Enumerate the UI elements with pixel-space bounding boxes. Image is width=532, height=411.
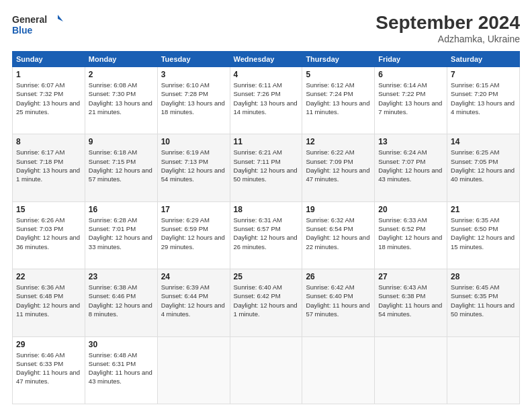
day-1: 1 Sunrise: 6:07 AMSunset: 7:32 PMDayligh… [13, 67, 85, 134]
main-title: September 2024 [375, 12, 520, 34]
col-thursday: Thursday [302, 52, 375, 67]
day-8: 8 Sunrise: 6:17 AMSunset: 7:18 PMDayligh… [13, 134, 85, 201]
day-19: 19 Sunrise: 6:32 AMSunset: 6:54 PMDaylig… [302, 201, 375, 269]
week-2: 8 Sunrise: 6:17 AMSunset: 7:18 PMDayligh… [13, 134, 520, 201]
week-3: 15 Sunrise: 6:26 AMSunset: 7:03 PMDaylig… [13, 201, 520, 269]
day-22: 22 Sunrise: 6:36 AMSunset: 6:48 PMDaylig… [13, 269, 85, 336]
empty-cell-1 [157, 336, 230, 404]
title-block: September 2024 Adzhamka, Ukraine [375, 12, 520, 44]
day-26: 26 Sunrise: 6:42 AMSunset: 6:40 PMDaylig… [302, 269, 375, 336]
day-5: 5 Sunrise: 6:12 AMSunset: 7:24 PMDayligh… [302, 67, 375, 134]
day-13: 13 Sunrise: 6:24 AMSunset: 7:07 PMDaylig… [375, 134, 447, 201]
day-7: 7 Sunrise: 6:15 AMSunset: 7:20 PMDayligh… [447, 67, 520, 134]
empty-cell-5 [447, 336, 520, 404]
logo-svg: General Blue [12, 12, 66, 40]
page: General Blue September 2024 Adzhamka, Uk… [0, 0, 532, 411]
logo: General Blue [12, 12, 66, 40]
col-sunday: Sunday [13, 52, 85, 67]
week-5: 29 Sunrise: 6:46 AMSunset: 6:33 PMDaylig… [13, 336, 520, 404]
week-4: 22 Sunrise: 6:36 AMSunset: 6:48 PMDaylig… [13, 269, 520, 336]
day-11: 11 Sunrise: 6:21 AMSunset: 7:11 PMDaylig… [230, 134, 302, 201]
header-row: Sunday Monday Tuesday Wednesday Thursday… [13, 52, 520, 67]
day-6: 6 Sunrise: 6:14 AMSunset: 7:22 PMDayligh… [375, 67, 447, 134]
day-12: 12 Sunrise: 6:22 AMSunset: 7:09 PMDaylig… [302, 134, 375, 201]
day-16: 16 Sunrise: 6:28 AMSunset: 7:01 PMDaylig… [85, 201, 157, 269]
day-28: 28 Sunrise: 6:45 AMSunset: 6:35 PMDaylig… [447, 269, 520, 336]
col-wednesday: Wednesday [230, 52, 302, 67]
day-23: 23 Sunrise: 6:38 AMSunset: 6:46 PMDaylig… [85, 269, 157, 336]
calendar: Sunday Monday Tuesday Wednesday Thursday… [12, 51, 520, 404]
day-4: 4 Sunrise: 6:11 AMSunset: 7:26 PMDayligh… [230, 67, 302, 134]
day-14: 14 Sunrise: 6:25 AMSunset: 7:05 PMDaylig… [447, 134, 520, 201]
col-monday: Monday [85, 52, 157, 67]
svg-marker-2 [58, 15, 63, 21]
day-29: 29 Sunrise: 6:46 AMSunset: 6:33 PMDaylig… [13, 336, 85, 404]
subtitle: Adzhamka, Ukraine [375, 34, 520, 44]
day-18: 18 Sunrise: 6:31 AMSunset: 6:57 PMDaylig… [230, 201, 302, 269]
day-17: 17 Sunrise: 6:29 AMSunset: 6:59 PMDaylig… [157, 201, 230, 269]
svg-text:General: General [12, 14, 47, 25]
day-3: 3 Sunrise: 6:10 AMSunset: 7:28 PMDayligh… [157, 67, 230, 134]
day-9: 9 Sunrise: 6:18 AMSunset: 7:15 PMDayligh… [85, 134, 157, 201]
day-24: 24 Sunrise: 6:39 AMSunset: 6:44 PMDaylig… [157, 269, 230, 336]
empty-cell-4 [375, 336, 447, 404]
day-21: 21 Sunrise: 6:35 AMSunset: 6:50 PMDaylig… [447, 201, 520, 269]
day-27: 27 Sunrise: 6:43 AMSunset: 6:38 PMDaylig… [375, 269, 447, 336]
col-saturday: Saturday [447, 52, 520, 67]
col-tuesday: Tuesday [157, 52, 230, 67]
empty-cell-2 [230, 336, 302, 404]
day-20: 20 Sunrise: 6:33 AMSunset: 6:52 PMDaylig… [375, 201, 447, 269]
day-30: 30 Sunrise: 6:48 AMSunset: 6:31 PMDaylig… [85, 336, 157, 404]
day-15: 15 Sunrise: 6:26 AMSunset: 7:03 PMDaylig… [13, 201, 85, 269]
header: General Blue September 2024 Adzhamka, Uk… [12, 12, 520, 44]
day-2: 2 Sunrise: 6:08 AMSunset: 7:30 PMDayligh… [85, 67, 157, 134]
empty-cell-3 [302, 336, 375, 404]
col-friday: Friday [375, 52, 447, 67]
svg-text:Blue: Blue [12, 25, 33, 36]
day-25: 25 Sunrise: 6:40 AMSunset: 6:42 PMDaylig… [230, 269, 302, 336]
week-1: 1 Sunrise: 6:07 AMSunset: 7:32 PMDayligh… [13, 67, 520, 134]
day-10: 10 Sunrise: 6:19 AMSunset: 7:13 PMDaylig… [157, 134, 230, 201]
